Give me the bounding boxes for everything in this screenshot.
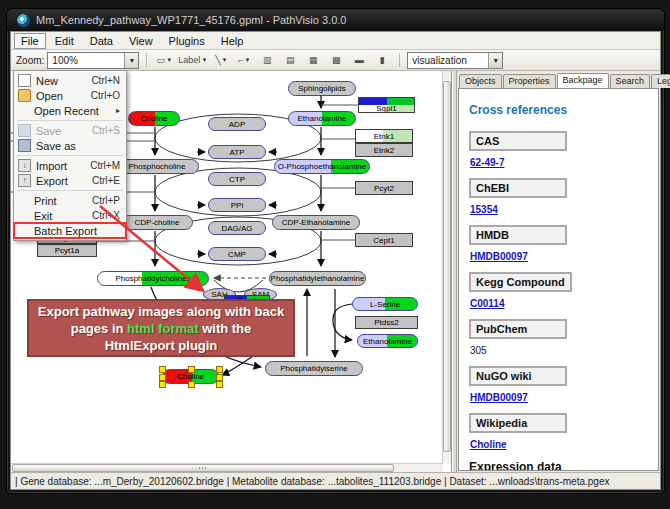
menu-item-export[interactable]: ↑ExportCtrl+E xyxy=(14,173,126,188)
pathway-node-ptdss2[interactable]: Ptdss2 xyxy=(355,316,418,329)
new-datanode-button[interactable]: ▭▼ xyxy=(154,51,174,69)
distribute-vertical-button[interactable]: ▩ xyxy=(326,51,346,69)
canvas-horizontal-scrollbar[interactable] xyxy=(11,463,443,472)
pathway-node-ppi[interactable]: PPi xyxy=(208,198,266,212)
pathway-node-phosphocholine[interactable]: Phosphocholine xyxy=(115,159,199,174)
menu-item-print[interactable]: PrintCtrl+P xyxy=(14,193,126,208)
pathway-node-phosphatidylethanolamine[interactable]: Phosphatidylethanolamine xyxy=(269,271,366,286)
new-connector-button[interactable]: ⌐▼ xyxy=(234,51,254,69)
selection-handle[interactable] xyxy=(216,374,223,381)
menu-help[interactable]: Help xyxy=(214,33,251,49)
pathway-node-ethanolamine[interactable]: Ethanolamine xyxy=(288,111,356,126)
zoom-combobox[interactable]: 100% ▼ xyxy=(47,52,139,69)
align-middle-button[interactable]: ▤ xyxy=(280,51,300,69)
new-label-button[interactable]: Label▼ xyxy=(177,51,208,69)
new-line-button[interactable]: ╲▼ xyxy=(211,51,231,69)
pathway-node-cdp-ethanolamine[interactable]: CDP-Ethanolamine xyxy=(272,215,360,230)
menu-view[interactable]: View xyxy=(122,33,160,49)
menu-item-label: Batch Export xyxy=(34,225,97,237)
xref-value: 305 xyxy=(470,345,648,356)
menu-item-no-icon xyxy=(18,225,29,236)
dropdown-arrow-icon[interactable]: ▼ xyxy=(244,57,250,63)
tab-backpage[interactable]: Backpage xyxy=(557,73,609,88)
pathway-node-label: ATP xyxy=(230,148,245,157)
menu-item-save-as[interactable]: Save as xyxy=(14,138,126,153)
horizontal-scroll-thumb[interactable] xyxy=(12,464,394,472)
pathway-node-cept1[interactable]: Cept1 xyxy=(355,233,413,247)
pathway-node-o-phosphoethanolamine[interactable]: O-Phosphoethanolamine xyxy=(274,159,370,174)
visualization-combobox[interactable]: visualization ▼ xyxy=(407,52,503,69)
selection-handle[interactable] xyxy=(216,366,223,373)
tab-legend[interactable]: Legend xyxy=(651,74,670,88)
canvas-vertical-scrollbar[interactable] xyxy=(442,71,451,464)
pathway-node-etnk1[interactable]: Etnk1 xyxy=(355,129,413,143)
pathway-node-dag-ag[interactable]: DAG/AG xyxy=(208,221,266,235)
visualization-value: visualization xyxy=(412,55,466,66)
pathway-node-phosphatidylserine[interactable]: Phosphatidylserine xyxy=(265,361,363,376)
menu-separator xyxy=(17,120,123,121)
pathway-node-label: Pcyt1a xyxy=(55,246,79,255)
menu-item-batch-export[interactable]: Batch Export xyxy=(14,223,126,238)
pathway-node-cmp[interactable]: CMP xyxy=(208,247,266,261)
pathway-node-sphingolipids[interactable]: Sphingolipids xyxy=(288,81,356,96)
selection-handle[interactable] xyxy=(216,381,223,388)
dropdown-arrow-icon[interactable]: ▼ xyxy=(222,57,228,63)
selection-handle[interactable] xyxy=(159,381,166,388)
pathway-node-cdp-choline[interactable]: CDP-choline xyxy=(121,215,193,230)
selection-handle[interactable] xyxy=(159,366,166,373)
pathway-node-l-serine[interactable]: L-Serine xyxy=(352,297,418,311)
xref-source-title: Kegg Compound xyxy=(469,272,572,292)
pathway-node-pcyt2[interactable]: Pcyt2 xyxy=(355,181,413,195)
pathway-node-phosphatidylcholines[interactable]: Phosphatidylcholines xyxy=(97,271,209,286)
xref-link[interactable]: HMDB00097 xyxy=(470,392,648,403)
visualization-dropdown-arrow[interactable]: ▼ xyxy=(488,53,502,68)
pathway-node-ethanolamine[interactable]: Ethanolamine xyxy=(357,334,418,348)
xref-link[interactable]: 62-49-7 xyxy=(470,157,648,168)
callout-line2-highlight: html format xyxy=(127,321,199,336)
menu-item-label: Exit xyxy=(34,210,52,222)
tab-properties[interactable]: Properties xyxy=(503,74,556,88)
menu-edit[interactable]: Edit xyxy=(48,33,81,49)
selection-handle[interactable] xyxy=(159,374,166,381)
distribute-horizontal-button[interactable]: ▦ xyxy=(303,51,323,69)
pathway-node-etnk2[interactable]: Etnk2 xyxy=(355,143,413,157)
xref-link[interactable]: HMDB00097 xyxy=(470,251,648,262)
selection-handle[interactable] xyxy=(188,366,195,373)
pathway-node-pcyt1a[interactable]: Pcyt1a xyxy=(37,244,97,257)
menu-data[interactable]: Data xyxy=(83,33,120,49)
zoom-dropdown-arrow[interactable]: ▼ xyxy=(124,53,138,68)
pathway-node-atp[interactable]: ATP xyxy=(208,145,266,159)
xref-source-title: NuGO wiki xyxy=(469,366,567,386)
align-center-button[interactable]: ▥ xyxy=(257,51,277,69)
menu-item-open[interactable]: OpenCtrl+O xyxy=(14,88,126,103)
vertical-scroll-thumb[interactable] xyxy=(443,81,451,452)
app-window: Mm_Kennedy_pathway_WP1771_45176.gpml - P… xyxy=(6,8,665,494)
pathway-node-adp[interactable]: ADP xyxy=(208,117,266,131)
menu-separator xyxy=(17,155,123,156)
xref-link[interactable]: Choline xyxy=(470,439,648,450)
side-panel-tabs: ObjectsPropertiesBackpageSearchLegend xyxy=(457,71,660,88)
tab-objects[interactable]: Objects xyxy=(459,74,502,88)
xref-link[interactable]: C00114 xyxy=(470,298,648,309)
menu-item-save[interactable]: SaveCtrl+S xyxy=(14,123,126,138)
common-height-button[interactable]: ▮ xyxy=(372,51,392,69)
tab-search[interactable]: Search xyxy=(610,74,651,88)
menu-item-import[interactable]: ↓ImportCtrl+M xyxy=(14,158,126,173)
menu-plugins[interactable]: Plugins xyxy=(162,33,212,49)
pathway-node-ctp[interactable]: CTP xyxy=(208,172,266,186)
menu-item-exit[interactable]: ExitCtrl+X xyxy=(14,208,126,223)
pathway-node-choline[interactable]: Choline xyxy=(128,111,180,126)
common-width-button[interactable]: ▬ xyxy=(349,51,369,69)
expression-data-heading: Expression data xyxy=(469,460,648,471)
dropdown-arrow-icon[interactable]: ▼ xyxy=(166,57,172,63)
menu-file[interactable]: File xyxy=(14,33,46,49)
title-bar[interactable]: Mm_Kennedy_pathway_WP1771_45176.gpml - P… xyxy=(7,9,664,31)
dropdown-arrow-icon[interactable]: ▼ xyxy=(201,57,207,63)
menu-item-shortcut: Ctrl+P xyxy=(92,195,120,206)
xref-link[interactable]: 15354 xyxy=(470,204,648,215)
selection-handle[interactable] xyxy=(188,381,195,388)
menu-item-label: Export xyxy=(36,175,68,187)
pathway-node-sgpl1[interactable]: Sgpl1 xyxy=(358,97,415,113)
menu-item-new[interactable]: NewCtrl+N xyxy=(14,73,126,88)
menu-item-open-recent[interactable]: Open Recent▸ xyxy=(14,103,126,118)
